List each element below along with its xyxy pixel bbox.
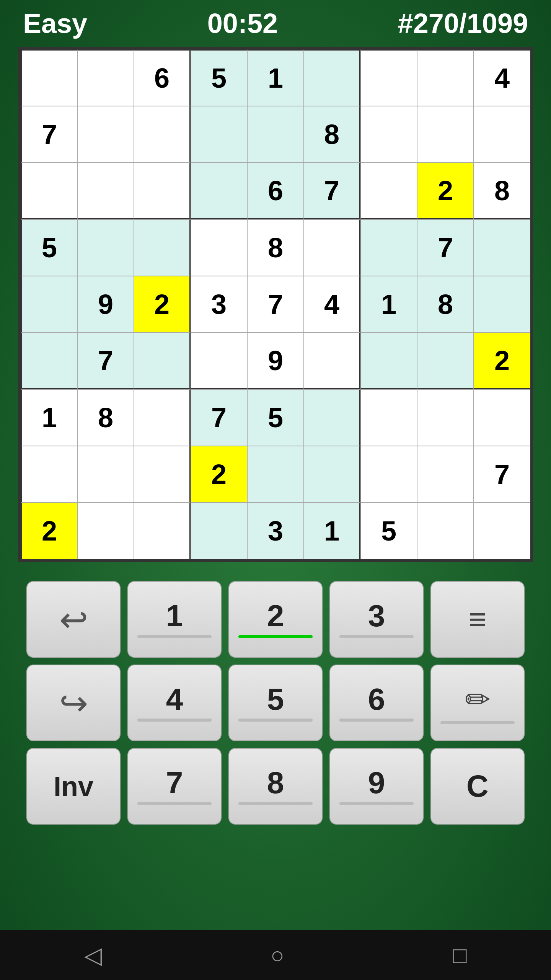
home-nav-icon[interactable]: ○ — [271, 942, 284, 969]
cell-r6-c7[interactable] — [417, 389, 474, 446]
cell-r4-c1[interactable]: 9 — [77, 276, 134, 333]
cell-r8-c0[interactable]: 2 — [21, 503, 77, 559]
cell-r8-c3[interactable] — [191, 503, 247, 559]
cell-r4-c0[interactable] — [21, 276, 77, 333]
cell-r2-c1[interactable] — [77, 163, 134, 219]
sudoku-grid[interactable]: 651478672858792374187921875272315 — [20, 48, 531, 560]
cell-r4-c6[interactable]: 1 — [360, 276, 417, 333]
cell-r1-c4[interactable] — [247, 106, 304, 163]
cell-r7-c4[interactable] — [247, 446, 304, 503]
cell-r2-c3[interactable] — [191, 163, 247, 219]
cell-r0-c6[interactable] — [360, 49, 417, 106]
cell-r5-c4[interactable]: 9 — [247, 333, 304, 389]
cell-r6-c4[interactable]: 5 — [247, 389, 304, 446]
cell-r0-c0[interactable] — [21, 49, 77, 106]
key-num4[interactable]: 4 — [127, 665, 222, 741]
cell-r7-c7[interactable] — [417, 446, 474, 503]
key-redo[interactable]: ↪ — [26, 665, 121, 741]
cell-r2-c5[interactable]: 7 — [304, 163, 360, 219]
cell-r4-c5[interactable]: 4 — [304, 276, 360, 333]
cell-r6-c2[interactable] — [134, 389, 191, 446]
cell-r8-c7[interactable] — [417, 503, 474, 559]
cell-r2-c8[interactable]: 8 — [474, 163, 530, 219]
cell-r3-c3[interactable] — [191, 219, 247, 276]
cell-r1-c0[interactable]: 7 — [21, 106, 77, 163]
cell-r1-c7[interactable] — [417, 106, 474, 163]
cell-r2-c2[interactable] — [134, 163, 191, 219]
cell-r3-c4[interactable]: 8 — [247, 219, 304, 276]
cell-r3-c7[interactable]: 7 — [417, 219, 474, 276]
cell-r8-c2[interactable] — [134, 503, 191, 559]
cell-r8-c6[interactable]: 5 — [360, 503, 417, 559]
cell-r8-c1[interactable] — [77, 503, 134, 559]
cell-r2-c6[interactable] — [360, 163, 417, 219]
cell-r1-c1[interactable] — [77, 106, 134, 163]
cell-r7-c6[interactable] — [360, 446, 417, 503]
cell-r6-c0[interactable]: 1 — [21, 389, 77, 446]
cell-r0-c4[interactable]: 1 — [247, 49, 304, 106]
cell-r5-c0[interactable] — [21, 333, 77, 389]
key-num7[interactable]: 7 — [127, 748, 222, 825]
cell-r5-c3[interactable] — [191, 333, 247, 389]
cell-r0-c1[interactable] — [77, 49, 134, 106]
cell-r0-c3[interactable]: 5 — [191, 49, 247, 106]
cell-r0-c5[interactable] — [304, 49, 360, 106]
cell-r7-c1[interactable] — [77, 446, 134, 503]
cell-r6-c8[interactable] — [474, 389, 530, 446]
cell-r3-c8[interactable] — [474, 219, 530, 276]
cell-r8-c4[interactable]: 3 — [247, 503, 304, 559]
key-menu[interactable]: ≡ — [430, 581, 525, 658]
cell-r5-c5[interactable] — [304, 333, 360, 389]
key-num1[interactable]: 1 — [127, 581, 222, 658]
key-undo[interactable]: ↩ — [26, 581, 121, 658]
back-nav-icon[interactable]: ◁ — [84, 942, 102, 969]
cell-r8-c5[interactable]: 1 — [304, 503, 360, 559]
cell-r2-c7[interactable]: 2 — [417, 163, 474, 219]
cell-r6-c6[interactable] — [360, 389, 417, 446]
cell-r8-c8[interactable] — [474, 503, 530, 559]
cell-r3-c6[interactable] — [360, 219, 417, 276]
cell-r1-c2[interactable] — [134, 106, 191, 163]
key-num8[interactable]: 8 — [228, 748, 323, 825]
cell-r0-c7[interactable] — [417, 49, 474, 106]
cell-r7-c8[interactable]: 7 — [474, 446, 530, 503]
cell-r5-c6[interactable] — [360, 333, 417, 389]
cell-r0-c8[interactable]: 4 — [474, 49, 530, 106]
recent-nav-icon[interactable]: □ — [453, 942, 467, 969]
cell-r1-c5[interactable]: 8 — [304, 106, 360, 163]
cell-r4-c2[interactable]: 2 — [134, 276, 191, 333]
cell-r3-c0[interactable]: 5 — [21, 219, 77, 276]
cell-r4-c7[interactable]: 8 — [417, 276, 474, 333]
cell-r5-c2[interactable] — [134, 333, 191, 389]
cell-r0-c2[interactable]: 6 — [134, 49, 191, 106]
cell-r4-c8[interactable] — [474, 276, 530, 333]
cell-r2-c4[interactable]: 6 — [247, 163, 304, 219]
cell-r6-c5[interactable] — [304, 389, 360, 446]
cell-r4-c3[interactable]: 3 — [191, 276, 247, 333]
key-num3[interactable]: 3 — [329, 581, 424, 658]
cell-r1-c3[interactable] — [191, 106, 247, 163]
cell-r7-c0[interactable] — [21, 446, 77, 503]
cell-r3-c1[interactable] — [77, 219, 134, 276]
cell-r1-c8[interactable] — [474, 106, 530, 163]
key-num9[interactable]: 9 — [329, 748, 424, 825]
cell-r7-c2[interactable] — [134, 446, 191, 503]
key-num5[interactable]: 5 — [228, 665, 323, 741]
key-num2[interactable]: 2 — [228, 581, 323, 658]
key-inv[interactable]: Inv — [26, 748, 121, 825]
cell-r6-c1[interactable]: 8 — [77, 389, 134, 446]
cell-r1-c6[interactable] — [360, 106, 417, 163]
cell-r5-c1[interactable]: 7 — [77, 333, 134, 389]
cell-r2-c0[interactable] — [21, 163, 77, 219]
cell-r5-c8[interactable]: 2 — [474, 333, 530, 389]
key-pencil[interactable]: ✏ — [430, 665, 525, 741]
cell-r3-c2[interactable] — [134, 219, 191, 276]
key-clear[interactable]: C — [430, 748, 525, 825]
cell-r7-c3[interactable]: 2 — [191, 446, 247, 503]
cell-r6-c3[interactable]: 7 — [191, 389, 247, 446]
key-num6[interactable]: 6 — [329, 665, 424, 741]
cell-r4-c4[interactable]: 7 — [247, 276, 304, 333]
cell-r5-c7[interactable] — [417, 333, 474, 389]
cell-r7-c5[interactable] — [304, 446, 360, 503]
cell-r3-c5[interactable] — [304, 219, 360, 276]
